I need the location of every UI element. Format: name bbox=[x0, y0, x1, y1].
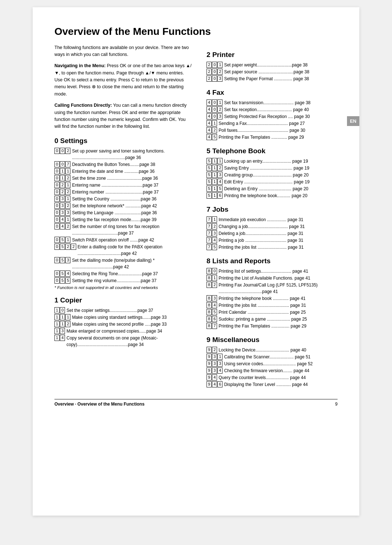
list-item: 516 Printing the telephone book.........… bbox=[207, 192, 338, 199]
list-item: 515 Deleting an Entry ..................… bbox=[207, 186, 338, 192]
section-settings-title: 0 Settings bbox=[54, 137, 192, 145]
key-sequence: 031 bbox=[54, 196, 71, 202]
list-item: 931 Calibrating the Scanner.............… bbox=[207, 354, 338, 360]
key-sequence: 514 bbox=[207, 179, 223, 185]
key-sequence: 72 bbox=[207, 223, 217, 229]
list-item: 87 Printing the Fax Templates ..........… bbox=[207, 323, 338, 329]
list-item: 45 Printing the Fax Templates ..........… bbox=[207, 134, 338, 141]
list-item: 83 Printing the telephone book .........… bbox=[207, 295, 338, 302]
section-telebook: 511 Looking up an entry.................… bbox=[207, 158, 338, 199]
section-printer-title: 2 Printer bbox=[207, 51, 338, 59]
key-sequence: 14 bbox=[54, 335, 65, 341]
key-sequence: 051 bbox=[54, 237, 71, 243]
key-sequence: 85 bbox=[207, 309, 217, 315]
list-item: 92 Locking the Device...................… bbox=[207, 347, 338, 353]
list-item: 111 Make copies using standard settings.… bbox=[54, 314, 192, 321]
key-sequence: 946 bbox=[207, 381, 223, 387]
section-jobs: 71 Immediate job execution .............… bbox=[207, 216, 338, 251]
key-sequence: 92 bbox=[207, 347, 217, 353]
list-item: 055 Setting the ring volume.............… bbox=[54, 277, 192, 284]
list-item: 41 Sending a Fax........................… bbox=[207, 120, 338, 127]
key-sequence: 82 bbox=[207, 282, 217, 288]
key-sequence: 516 bbox=[207, 192, 223, 199]
key-sequence: 74 bbox=[207, 237, 217, 243]
list-item: 032 Set the telephone network* .........… bbox=[54, 203, 192, 209]
key-sequence: 112 bbox=[54, 321, 71, 327]
list-item: 13 Make enlarged or compressed copies...… bbox=[54, 328, 192, 334]
list-item: 94 Query the counter levels.............… bbox=[207, 374, 338, 381]
list-item: 012 Set the time zone ..................… bbox=[54, 175, 192, 182]
page-title: Overview of the Menu Functions bbox=[54, 25, 338, 38]
list-item: 85 Print Calendar ......................… bbox=[207, 309, 338, 316]
key-sequence: 111 bbox=[54, 314, 71, 320]
list-item: 934 Checking the firmware version.......… bbox=[207, 367, 338, 374]
key-sequence: 053 bbox=[54, 257, 71, 263]
key-sequence: 403 bbox=[207, 113, 223, 119]
list-item: 402 Set fax reception...................… bbox=[207, 106, 338, 113]
list-item: 81 Printing the List of Available Functi… bbox=[207, 275, 338, 281]
footer-left-text: Overview · Overview of the Menu Function… bbox=[54, 402, 144, 407]
list-item: 72 Changing a job.......................… bbox=[207, 223, 338, 230]
key-sequence: 515 bbox=[207, 186, 223, 192]
list-item: 511 Looking up an entry.................… bbox=[207, 158, 338, 164]
key-sequence: 055 bbox=[54, 277, 71, 284]
left-column: The following functions are available on… bbox=[54, 44, 192, 388]
right-column: 2 Printer 201 Set paper weight..........… bbox=[207, 44, 338, 388]
key-sequence: 94 bbox=[207, 374, 217, 381]
key-sequence: 75 bbox=[207, 244, 217, 250]
list-item: 403 Setting Protected Fax Reception ....… bbox=[207, 113, 338, 120]
key-sequence: 81 bbox=[207, 275, 217, 281]
key-sequence: 513 bbox=[207, 172, 223, 178]
list-item: 401 Set fax transmission................… bbox=[207, 99, 338, 106]
section-lists-title: 8 Lists and Reports bbox=[207, 257, 338, 265]
section-settings: 002 Set up power saving and toner saving… bbox=[54, 148, 192, 290]
list-item: 10 Set the copier settings..............… bbox=[54, 307, 192, 314]
key-sequence: 203 bbox=[207, 76, 223, 82]
list-item: 042 Set the number of ring tones for fax… bbox=[54, 223, 192, 236]
footer-page-number: 9 bbox=[335, 402, 338, 407]
list-item: 041 Setting the fax reception mode......… bbox=[54, 216, 192, 223]
key-sequence: 012 bbox=[54, 175, 71, 181]
key-sequence: 83 bbox=[207, 295, 217, 301]
key-sequence: 033 bbox=[54, 210, 71, 216]
key-sequence: 032 bbox=[54, 203, 71, 209]
section-printer: 201 Set paper weight....................… bbox=[207, 62, 338, 82]
intro-para1: The following functions are available on… bbox=[54, 44, 192, 58]
key-sequence: 10 bbox=[54, 307, 65, 313]
section-fax: 401 Set fax transmission................… bbox=[207, 99, 338, 141]
list-item: 80 Printing list of settings............… bbox=[207, 268, 338, 274]
key-sequence: 011 bbox=[54, 168, 71, 174]
key-sequence: 021 bbox=[54, 182, 71, 188]
key-sequence: 73 bbox=[207, 230, 217, 236]
list-item: 033 Setting the Language ...............… bbox=[54, 210, 192, 216]
list-item: 011 Entering the date and time .........… bbox=[54, 168, 192, 175]
list-item: 021 Entering name ......................… bbox=[54, 182, 192, 188]
footer: Overview · Overview of the Menu Function… bbox=[54, 399, 338, 407]
intro-para3: Calling Functions Directly: You can call… bbox=[54, 102, 192, 130]
list-item: 513 Creating group......................… bbox=[207, 172, 338, 178]
key-sequence: 934 bbox=[207, 367, 223, 374]
intro-para2-label: Navigating in the Menu: bbox=[54, 63, 106, 68]
page: EN Overview of the Menu Functions The fo… bbox=[33, 7, 359, 516]
list-item: 051 Switch PABX operation on/off .......… bbox=[54, 237, 192, 243]
list-item: 42 Poll faxes...........................… bbox=[207, 127, 338, 134]
list-item: 512 Saving Entry .......................… bbox=[207, 165, 338, 171]
list-item: 201 Set paper weight....................… bbox=[207, 62, 338, 68]
list-item: 0522 Enter a dialling code for the PABX … bbox=[54, 244, 192, 257]
key-sequence: 041 bbox=[54, 216, 71, 223]
key-sequence: 022 bbox=[54, 189, 71, 195]
key-sequence: 42 bbox=[207, 127, 217, 133]
list-item: 203 Setting the Paper Format ...........… bbox=[207, 76, 338, 82]
key-sequence: 71 bbox=[207, 216, 217, 223]
key-sequence: 0522 bbox=[54, 244, 77, 250]
key-sequence: 87 bbox=[207, 323, 217, 329]
key-sequence: 401 bbox=[207, 99, 223, 106]
list-item: 84 Printing the jobs list ..............… bbox=[207, 302, 338, 309]
key-sequence: 933 bbox=[207, 361, 223, 367]
key-sequence: 13 bbox=[54, 328, 65, 334]
section-misc-title: 9 Miscellaneous bbox=[207, 336, 338, 344]
list-item: 031 Setting the Country ................… bbox=[54, 196, 192, 202]
list-item: 053 Set the dialling mode (tone/pulse di… bbox=[54, 257, 192, 270]
list-item: 14 Copy several documents on one page (M… bbox=[54, 335, 192, 348]
list-item: 112 Make copies using the second profile… bbox=[54, 321, 192, 328]
